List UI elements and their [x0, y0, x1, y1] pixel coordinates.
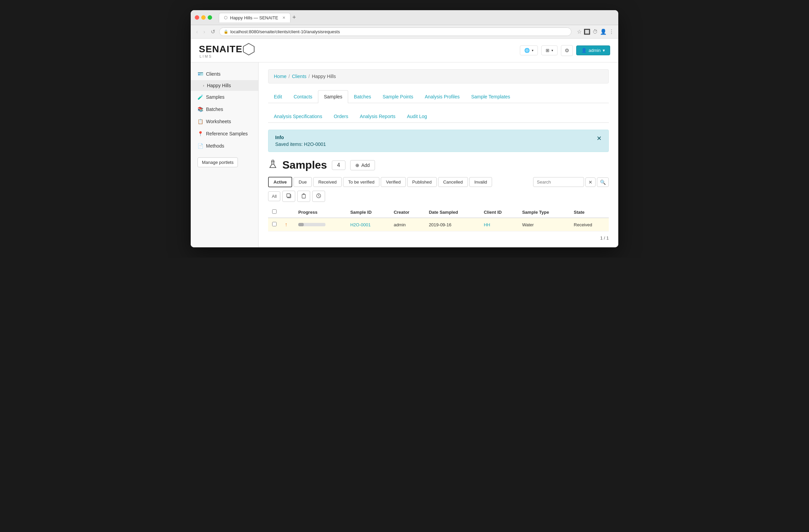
sidebar-item-happy-hills[interactable]: › Happy Hills	[191, 80, 258, 91]
filter-tab-verified[interactable]: Verified	[381, 177, 406, 187]
profile-button[interactable]: 👤	[600, 29, 607, 35]
main-layout: 🪪 Clients › Happy Hills 🧪 Samples 📚 Batc…	[191, 63, 618, 247]
tab-edit[interactable]: Edit	[268, 90, 288, 103]
tab-analysis-specifications[interactable]: Analysis Specifications	[268, 110, 328, 122]
tab-audit-log[interactable]: Audit Log	[401, 110, 433, 122]
sidebar-item-reference-samples[interactable]: 📍 Reference Samples	[191, 127, 258, 140]
sidebar-item-worksheets[interactable]: 📋 Worksheets	[191, 115, 258, 127]
navbar-actions: 🌐 ▾ ⊞ ▾ ⚙ 👤 admin ▾	[520, 45, 610, 56]
tab-analysis-profiles[interactable]: Analysis Profiles	[419, 90, 466, 103]
th-state: State	[570, 207, 609, 218]
settings-button[interactable]: ⚙	[561, 45, 573, 56]
tab-contacts[interactable]: Contacts	[288, 90, 318, 103]
extension-btn-1[interactable]: 🔲	[584, 29, 590, 35]
sidebar-item-methods[interactable]: 📄 Methods	[191, 140, 258, 152]
table-row: ↑ H2O-0001 admin 2019-09-16	[268, 218, 609, 231]
extension-btn-2[interactable]: ⏱	[592, 29, 598, 35]
filter-tab-cancelled[interactable]: Cancelled	[438, 177, 468, 187]
tab-samples[interactable]: Samples	[318, 90, 348, 103]
select-all-button[interactable]: All	[268, 191, 280, 201]
all-label: All	[272, 194, 277, 199]
tab-sample-points[interactable]: Sample Points	[377, 90, 419, 103]
close-window-btn[interactable]	[195, 15, 199, 20]
row-client-id-cell: HH	[480, 218, 518, 231]
th-sample-type: Sample Type	[518, 207, 570, 218]
search-area: ✕ 🔍	[533, 177, 609, 187]
filter-tab-received[interactable]: Received	[313, 177, 342, 187]
globe-icon: 🌐	[524, 48, 530, 53]
info-message: Saved items: H2O-0001	[275, 141, 326, 147]
address-bar[interactable]: 🔒 localhost:8080/senaite/clients/client-…	[219, 28, 571, 36]
minimize-window-btn[interactable]	[201, 15, 206, 20]
svg-rect-4	[287, 194, 290, 197]
sidebar-item-samples[interactable]: 🧪 Samples	[191, 91, 258, 103]
sample-id-link[interactable]: H2O-0001	[350, 222, 371, 227]
manage-portlets-button[interactable]: Manage portlets	[197, 157, 238, 167]
breadcrumb-clients[interactable]: Clients	[292, 74, 306, 79]
language-button[interactable]: 🌐 ▾	[520, 46, 538, 55]
info-title: Info	[275, 135, 326, 140]
row-checkbox-cell[interactable]	[268, 218, 281, 231]
samples-title: Samples	[282, 159, 327, 171]
table-header-row: Progress Sample ID Creator Date Sampled …	[268, 207, 609, 218]
copy-button[interactable]	[282, 191, 295, 202]
progress-bar-container	[298, 223, 325, 226]
tab-sample-templates[interactable]: Sample Templates	[465, 90, 516, 103]
tabs-row-2: Analysis Specifications Orders Analysis …	[268, 110, 609, 123]
browser-addressbar: ‹ › ↺ 🔒 localhost:8080/senaite/clients/c…	[191, 25, 618, 39]
schedule-button[interactable]	[312, 191, 325, 202]
sidebar-item-clients[interactable]: 🪪 Clients	[191, 68, 258, 80]
add-icon: ⊕	[355, 162, 359, 168]
user-icon: 👤	[581, 48, 587, 53]
samples-header: Samples 4 ⊕ Add	[268, 159, 609, 171]
select-all-checkbox-header[interactable]	[268, 207, 281, 218]
tab-orders[interactable]: Orders	[328, 110, 354, 122]
tab-close-btn[interactable]: ✕	[282, 16, 286, 20]
client-id-link[interactable]: HH	[484, 222, 490, 227]
breadcrumb-home[interactable]: Home	[274, 74, 287, 79]
clear-search-button[interactable]: ✕	[585, 177, 596, 187]
maximize-window-btn[interactable]	[208, 15, 212, 20]
reference-samples-icon: 📍	[197, 131, 203, 136]
tab-batches[interactable]: Batches	[348, 90, 377, 103]
pagination-label: 1 / 1	[600, 236, 609, 241]
flask-icon	[268, 159, 278, 169]
sidebar-reference-samples-label: Reference Samples	[206, 131, 248, 136]
top-navbar: SENAITE LIMS 🌐 ▾ ⊞ ▾	[191, 39, 618, 63]
browser-tab[interactable]: ⬡ Happy Hills — SENAITE ✕	[219, 13, 291, 22]
main-content: Home / Clients / Happy Hills Edit Contac…	[259, 63, 618, 247]
filter-tab-due[interactable]: Due	[294, 177, 312, 187]
user-menu-button[interactable]: 👤 admin ▾	[576, 46, 610, 55]
filter-tab-invalid[interactable]: Invalid	[469, 177, 493, 187]
new-tab-button[interactable]: +	[293, 14, 296, 21]
samples-count: 4	[332, 160, 345, 170]
add-sample-button[interactable]: ⊕ Add	[350, 160, 375, 170]
th-progress: Progress	[294, 207, 346, 218]
bookmark-button[interactable]: ☆	[577, 29, 582, 35]
sidebar-batches-label: Batches	[206, 106, 223, 112]
info-close-button[interactable]: ✕	[597, 135, 602, 142]
paste-button[interactable]	[297, 191, 310, 202]
logo-hex-icon	[242, 43, 255, 56]
grid-button[interactable]: ⊞ ▾	[541, 46, 557, 55]
back-button[interactable]: ‹	[195, 28, 199, 36]
reload-button[interactable]: ↺	[209, 28, 217, 36]
filter-tab-published[interactable]: Published	[407, 177, 437, 187]
filter-tab-active[interactable]: Active	[268, 177, 292, 187]
tab-favicon: ⬡	[224, 15, 227, 20]
sidebar-item-batches[interactable]: 📚 Batches	[191, 103, 258, 115]
info-content: Info Saved items: H2O-0001	[275, 135, 326, 147]
chevron-right-icon: ›	[203, 84, 204, 88]
filter-tab-to-be-verified[interactable]: To be verified	[343, 177, 379, 187]
user-label: admin	[589, 48, 601, 53]
breadcrumb-current: Happy Hills	[312, 74, 336, 79]
window-controls	[195, 15, 212, 20]
forward-button[interactable]: ›	[202, 28, 206, 36]
checkbox-all[interactable]	[272, 209, 277, 214]
row-date-sampled-cell: 2019-09-16	[425, 218, 480, 231]
search-input[interactable]	[533, 177, 584, 187]
menu-button[interactable]: ⋮	[609, 29, 614, 35]
search-button[interactable]: 🔍	[597, 177, 609, 187]
row-checkbox[interactable]	[272, 222, 277, 226]
tab-analysis-reports[interactable]: Analysis Reports	[354, 110, 401, 122]
